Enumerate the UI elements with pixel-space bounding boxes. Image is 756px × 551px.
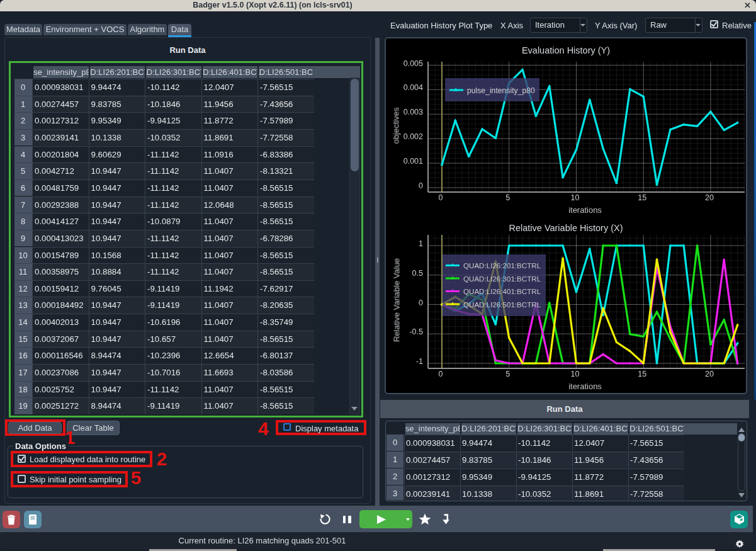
svg-text:pulse_intensity_p80: pulse_intensity_p80 bbox=[467, 86, 535, 95]
svg-text:QUAD:LI26:301:BCTRL: QUAD:LI26:301:BCTRL bbox=[463, 275, 541, 283]
svg-text:QUAD:LI26:201:BCTRL: QUAD:LI26:201:BCTRL bbox=[463, 261, 541, 270]
svg-text:QUAD:LI26:501:BCTRL: QUAD:LI26:501:BCTRL bbox=[463, 300, 541, 309]
svg-text:QUAD:LI26:401:BCTRL: QUAD:LI26:401:BCTRL bbox=[463, 287, 541, 295]
